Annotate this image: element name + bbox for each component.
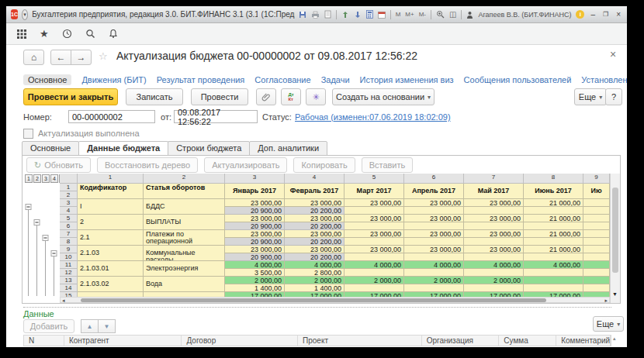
number-field[interactable]: 00-00000002 — [68, 110, 155, 123]
tab-2[interactable]: Данные бюджета — [78, 141, 168, 156]
nav-link[interactable]: История изменения виз — [360, 75, 454, 84]
fact-value-cell[interactable] — [404, 207, 464, 215]
scroll-down-icon[interactable]: ▼ — [612, 291, 618, 297]
header-code-cell[interactable]: Кодификатор — [78, 184, 144, 199]
plan-value-cell[interactable]: 23 000,00 — [345, 215, 404, 222]
main-menu-dropdown-icon[interactable]: ▾ — [22, 9, 28, 20]
plan-value-cell[interactable]: 2 000,00 — [225, 277, 285, 284]
dt-kt-button[interactable]: ДтКт — [281, 88, 301, 105]
create-based-on-button[interactable]: Создать на основании▾ — [332, 88, 435, 105]
row-number[interactable]: 12 — [60, 269, 78, 277]
plan-value-cell[interactable]: 4 000,00 — [345, 261, 404, 269]
plan-value-cell[interactable]: 4 000,00 — [285, 261, 345, 269]
plan-value-cell[interactable]: 4 000,00 — [225, 261, 285, 269]
column-number[interactable]: 2 — [144, 174, 225, 184]
plan-value-cell[interactable]: 23 000,00 — [464, 199, 524, 207]
grid-toolbar-button[interactable]: Актуализировать — [204, 157, 287, 173]
calculator-icon[interactable] — [366, 10, 373, 19]
plan-value-cell[interactable]: 4 000,00 — [524, 261, 583, 269]
header-month-cell[interactable]: Февраль 2017 — [285, 184, 345, 199]
nav-link[interactable]: Согласование — [254, 75, 310, 84]
data-table-scroll-icon[interactable]: ▴ — [613, 336, 616, 342]
plan-value-cell[interactable]: 2 000,00 — [285, 277, 345, 284]
fact-value-cell[interactable] — [583, 222, 610, 230]
header-month-cell[interactable]: Ию — [583, 184, 610, 199]
column-number[interactable]: 8 — [524, 174, 583, 184]
data-column-header[interactable]: N — [24, 336, 64, 346]
code-cell[interactable]: 2.1.03.01 — [78, 261, 144, 277]
article-cell[interactable]: Коммунальные расходы — [144, 246, 225, 261]
fact-value-cell[interactable] — [345, 222, 404, 230]
column-number[interactable]: 6 — [404, 174, 464, 184]
home-button[interactable]: ⌂ — [23, 50, 44, 65]
data-column-header[interactable]: Организация — [422, 336, 500, 346]
plan-value-cell[interactable]: 23 000,00 — [464, 215, 524, 222]
plan-value-cell[interactable]: 2 000,00 — [345, 277, 404, 284]
plan-value-cell[interactable]: 23 000,00 — [225, 199, 285, 207]
plan-value-cell[interactable]: 23 000,00 — [464, 246, 524, 253]
fact-value-cell[interactable] — [345, 284, 404, 292]
nav-link[interactable]: Движения (БИТ) — [81, 75, 146, 84]
plan-value-cell[interactable]: 23 000,00 — [285, 199, 345, 207]
column-number[interactable]: 7 — [464, 174, 524, 184]
article-cell[interactable]: БДДС — [144, 199, 225, 215]
level-button[interactable]: 4 — [50, 174, 58, 183]
actualization-done-checkbox[interactable] — [23, 129, 33, 139]
form-close-icon[interactable]: × — [610, 48, 616, 60]
fact-value-cell[interactable]: 20 900,00 — [225, 238, 285, 246]
fact-value-cell[interactable] — [524, 222, 583, 230]
minimize-button[interactable]: – — [589, 10, 597, 19]
fact-value-cell[interactable]: 20 200,00 — [285, 222, 345, 230]
plan-value-cell[interactable]: 2 000,00 — [404, 277, 464, 284]
code-cell[interactable]: 2.1 — [78, 230, 144, 246]
plan-value-cell[interactable]: 23 000,00 — [345, 230, 404, 238]
memory-m-button[interactable]: M — [396, 11, 401, 18]
print-icon[interactable] — [311, 11, 320, 19]
header-month-cell[interactable]: Май 2017 — [464, 184, 524, 199]
scroll-left-icon[interactable]: ◂ — [62, 298, 65, 303]
vertical-scrollbar[interactable]: ▼ — [610, 174, 620, 303]
fact-value-cell[interactable] — [524, 269, 583, 277]
add-row-button[interactable]: Добавить — [23, 319, 74, 333]
back-button[interactable]: ← — [50, 50, 71, 65]
fact-value-cell[interactable]: 20 900,00 — [225, 253, 285, 261]
row-number[interactable]: 8 — [60, 238, 78, 246]
plan-value-cell[interactable]: 23 000,00 — [225, 246, 285, 253]
fact-value-cell[interactable] — [345, 269, 404, 277]
fact-value-cell[interactable] — [404, 269, 464, 277]
row-number[interactable]: 2 — [60, 191, 78, 199]
forward-button[interactable]: → — [71, 50, 92, 65]
plan-value-cell[interactable]: 4 000,00 — [404, 261, 464, 269]
fact-value-cell[interactable] — [583, 207, 610, 215]
article-cell[interactable]: Платежи по операционной деятельности — [144, 230, 225, 246]
horizontal-scrollbar[interactable]: ◂ ▸ — [60, 297, 610, 303]
fact-value-cell[interactable] — [404, 284, 464, 292]
info-icon[interactable]: i — [576, 10, 584, 19]
grid-toolbar-button[interactable]: Копировать — [293, 157, 355, 173]
memory-m-minus-button[interactable]: M- — [419, 11, 426, 18]
fact-value-cell[interactable]: 1 400,00 — [285, 284, 345, 292]
horizontal-scroll-thumb[interactable] — [81, 298, 546, 302]
header-month-cell[interactable]: Июнь 2017 — [524, 184, 583, 199]
history-clock-icon[interactable] — [62, 29, 72, 39]
plan-value-cell[interactable]: 23 000,00 — [404, 199, 464, 207]
menu-grid-icon[interactable] — [17, 29, 26, 39]
article-cell[interactable]: ВЫПЛАТЫ — [144, 215, 225, 230]
plan-value-cell[interactable]: 23 000,00 — [225, 230, 285, 238]
nav-link[interactable]: Задачи — [321, 75, 350, 84]
header-month-cell[interactable]: Январь 2017 — [225, 184, 285, 199]
user-name[interactable]: Агапеев В.В. (БИТ.ФИНАНС) — [478, 11, 571, 19]
search-icon[interactable] — [85, 29, 95, 39]
save-button[interactable]: Записать — [126, 88, 183, 105]
fact-value-cell[interactable]: 20 900,00 — [225, 207, 285, 215]
more-button-bottom[interactable]: Еще▾ — [593, 316, 624, 332]
header-article-cell[interactable]: Статья оборотов — [144, 184, 225, 199]
plan-value-cell[interactable]: 21 000,00 — [524, 199, 583, 207]
memory-m-plus-button[interactable]: M+ — [405, 11, 414, 18]
favorite-star-icon[interactable]: ☆ — [99, 50, 108, 62]
plan-value-cell[interactable]: 23 000,00 — [285, 215, 345, 222]
structure-button[interactable]: ✳ — [306, 88, 326, 105]
copy-to-clipboard-icon[interactable] — [341, 11, 349, 19]
plan-value-cell[interactable]: 23 000,00 — [464, 230, 524, 238]
level-button[interactable]: 3 — [42, 174, 50, 183]
